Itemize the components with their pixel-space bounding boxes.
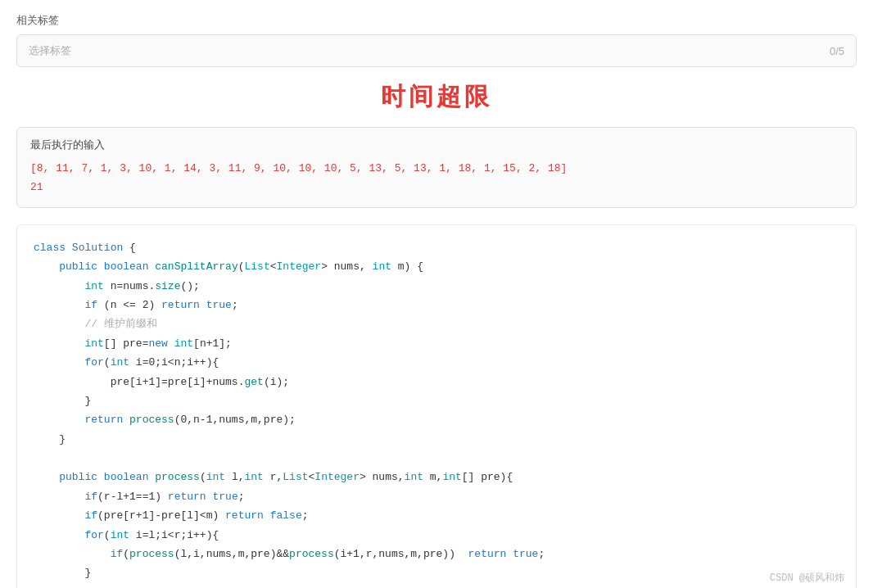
tag-count: 0/5 [830, 45, 844, 57]
code-line-12 [34, 449, 839, 468]
csdn-watermark: CSDN @硕风和炜 [770, 570, 844, 588]
code-line-11: } [34, 430, 839, 449]
code-line-4: if (n <= 2) return true; [34, 296, 839, 314]
code-line-9: } [34, 391, 839, 410]
code-line-1: class Solution { [34, 238, 839, 257]
tag-input-box[interactable]: 选择标签 0/5 [16, 34, 857, 67]
code-line-14: if(r-l+1==1) return true; [34, 487, 839, 506]
code-line-17: if(process(l,i,nums,m,pre)&&process(i+1,… [34, 545, 839, 563]
last-input-line1: [8, 11, 7, 1, 3, 10, 1, 14, 3, 11, 9, 10… [30, 159, 843, 178]
last-input-value: [8, 11, 7, 1, 3, 10, 1, 14, 3, 11, 9, 10… [30, 159, 843, 197]
code-line-6: int[] pre=new int[n+1]; [34, 334, 839, 353]
kw-class: class [34, 242, 66, 254]
code-line-18: } [34, 563, 839, 582]
tag-placeholder: 选择标签 [29, 43, 71, 58]
code-line-7: for(int i=0;i<n;i++){ [34, 353, 839, 372]
code-line-15: if(pre[r+1]-pre[l]<m) return false; [34, 506, 839, 525]
code-line-13: public boolean process(int l,int r,List<… [34, 468, 839, 486]
main-title: 时间超限 [381, 83, 492, 110]
code-section: class Solution { public boolean canSplit… [16, 224, 857, 588]
last-input-label: 最后执行的输入 [30, 138, 843, 152]
last-input-line2: 21 [30, 178, 843, 197]
last-input-section: 最后执行的输入 [8, 11, 7, 1, 3, 10, 1, 14, 3, 1… [16, 127, 857, 208]
code-line-5: // 维护前缀和 [34, 314, 839, 333]
code-line-10: return process(0,n-1,nums,m,pre); [34, 410, 839, 429]
code-line-2: public boolean canSplitArray(List<Intege… [34, 257, 839, 276]
code-line-3: int n=nums.size(); [34, 277, 839, 296]
title-block: 时间超限 [16, 80, 857, 114]
code-line-8: pre[i+1]=pre[i]+nums.get(i); [34, 373, 839, 391]
page-wrapper: 相关标签 选择标签 0/5 时间超限 最后执行的输入 [8, 11, 7, 1,… [0, 0, 873, 588]
code-line-16: for(int i=l;i<r;i++){ [34, 526, 839, 545]
tags-section-label: 相关标签 [16, 13, 857, 28]
